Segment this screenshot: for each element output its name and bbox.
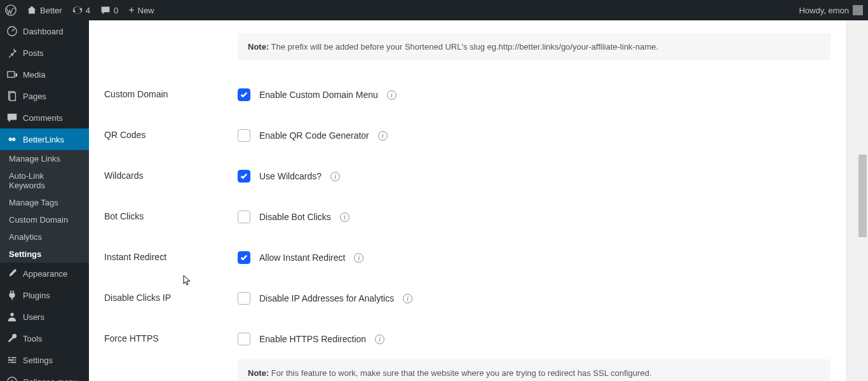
row-label: Wildcards bbox=[104, 170, 238, 183]
new-label: New bbox=[138, 6, 154, 15]
user-account[interactable]: Howdy, emon bbox=[799, 5, 863, 15]
updates[interactable]: 4 bbox=[72, 5, 90, 15]
info-icon[interactable]: i bbox=[403, 294, 412, 303]
plug-icon bbox=[6, 289, 18, 301]
submenu-auto-keywords[interactable]: Auto-Link Keywords bbox=[0, 167, 89, 194]
info-icon[interactable]: i bbox=[340, 212, 349, 222]
submenu-analytics[interactable]: Analytics bbox=[0, 228, 89, 246]
row-label: Force HTTPS bbox=[104, 333, 238, 345]
brush-icon bbox=[6, 268, 18, 279]
wp-logo[interactable] bbox=[5, 4, 17, 16]
menu-label: Settings bbox=[23, 356, 53, 365]
checkbox-1[interactable] bbox=[238, 129, 250, 142]
wrench-icon bbox=[6, 333, 18, 344]
submenu-settings[interactable]: Settings bbox=[0, 246, 89, 263]
menu-label: BetterLinks bbox=[23, 135, 64, 144]
checkbox-2[interactable] bbox=[238, 170, 250, 183]
menu-plugins[interactable]: Plugins bbox=[0, 284, 89, 306]
info-icon[interactable]: i bbox=[387, 90, 397, 100]
menu-posts[interactable]: Posts bbox=[0, 42, 89, 64]
settings-content: Note: The prefix will be added before yo… bbox=[89, 20, 846, 381]
field-text: Use Wildcards? bbox=[259, 171, 322, 181]
link-icon bbox=[6, 134, 18, 145]
menu-users[interactable]: Users bbox=[0, 306, 89, 328]
menu-label: Comments bbox=[23, 113, 63, 123]
media-icon bbox=[6, 69, 18, 80]
https-note: Note: For this feature to work, make sur… bbox=[238, 359, 831, 381]
site-title: Better bbox=[40, 6, 62, 15]
checkbox-4[interactable] bbox=[238, 251, 250, 264]
submenu-manage-links[interactable]: Manage Links bbox=[0, 150, 89, 167]
comment-icon bbox=[6, 112, 18, 123]
menu-label: Media bbox=[23, 70, 45, 80]
field-text: Allow Instant Redirect bbox=[259, 253, 345, 263]
field-text: Disable Bot Clicks bbox=[259, 212, 331, 222]
info-icon[interactable]: i bbox=[354, 253, 363, 263]
comments-bar[interactable]: 0 bbox=[100, 5, 118, 15]
menu-comments[interactable]: Comments bbox=[0, 107, 89, 128]
row-label: Custom Domain bbox=[104, 88, 238, 101]
menu-appearance[interactable]: Appearance bbox=[0, 263, 89, 284]
updates-count: 4 bbox=[86, 6, 90, 15]
prefix-note: Note: The prefix will be added before yo… bbox=[238, 33, 831, 60]
menu-label: Collapse menu bbox=[23, 377, 78, 382]
sliders-icon bbox=[6, 354, 18, 366]
menu-pages[interactable]: Pages bbox=[0, 85, 89, 107]
field-text: Enable QR Code Generator bbox=[259, 130, 369, 141]
menu-media[interactable]: Media bbox=[0, 64, 89, 85]
row-label: Disable Clicks IP bbox=[104, 292, 238, 305]
admin-bar: Better 4 0 + New Howdy, emon bbox=[0, 0, 868, 20]
pin-icon bbox=[6, 47, 18, 59]
info-icon[interactable]: i bbox=[378, 131, 388, 141]
svg-rect-2 bbox=[8, 72, 15, 78]
menu-label: Tools bbox=[23, 334, 42, 343]
info-icon[interactable]: i bbox=[330, 172, 340, 181]
user-icon bbox=[6, 311, 18, 322]
row-label: Instant Redirect bbox=[104, 251, 238, 264]
info-icon[interactable]: i bbox=[375, 335, 384, 344]
field-text: Enable Custom Domain Menu bbox=[259, 90, 378, 100]
menu-label: Dashboard bbox=[23, 27, 64, 36]
submenu-manage-tags[interactable]: Manage Tags bbox=[0, 194, 89, 211]
menu-label: Posts bbox=[23, 48, 44, 58]
collapse-menu[interactable]: Collapse menu bbox=[0, 371, 89, 381]
menu-label: Plugins bbox=[23, 291, 50, 300]
collapse-icon bbox=[6, 376, 18, 381]
menu-dashboard[interactable]: Dashboard bbox=[0, 20, 89, 42]
pages-icon bbox=[6, 90, 18, 102]
field-text: Enable HTTPS Redirection bbox=[259, 334, 366, 344]
svg-point-5 bbox=[10, 313, 13, 316]
field-text: Disable IP Addresses for Analytics bbox=[259, 293, 394, 303]
menu-betterlinks[interactable]: BetterLinks bbox=[0, 128, 89, 150]
menu-tools[interactable]: Tools bbox=[0, 328, 89, 349]
submenu-custom-domain[interactable]: Custom Domain bbox=[0, 211, 89, 228]
menu-label: Users bbox=[23, 312, 44, 322]
howdy-text: Howdy, emon bbox=[799, 6, 849, 15]
row-label: Bot Clicks bbox=[104, 211, 238, 223]
dashboard-icon bbox=[6, 25, 18, 37]
checkbox-3[interactable] bbox=[238, 211, 250, 223]
menu-label: Appearance bbox=[23, 269, 67, 279]
site-home[interactable]: Better bbox=[27, 5, 62, 15]
admin-sidebar: Dashboard Posts Media Pages Comments Bet… bbox=[0, 20, 89, 381]
svg-rect-4 bbox=[10, 93, 15, 101]
checkbox-6[interactable] bbox=[238, 333, 250, 345]
checkbox-5[interactable] bbox=[238, 292, 250, 305]
comments-count: 0 bbox=[114, 6, 118, 15]
new-content[interactable]: + New bbox=[128, 4, 154, 16]
submenu-betterlinks: Manage Links Auto-Link Keywords Manage T… bbox=[0, 150, 89, 263]
avatar bbox=[853, 5, 863, 15]
vertical-scrollbar[interactable] bbox=[857, 21, 868, 381]
menu-label: Pages bbox=[23, 92, 46, 101]
checkbox-0[interactable] bbox=[238, 88, 250, 101]
menu-settings[interactable]: Settings bbox=[0, 349, 89, 371]
row-label: QR Codes bbox=[104, 129, 238, 142]
